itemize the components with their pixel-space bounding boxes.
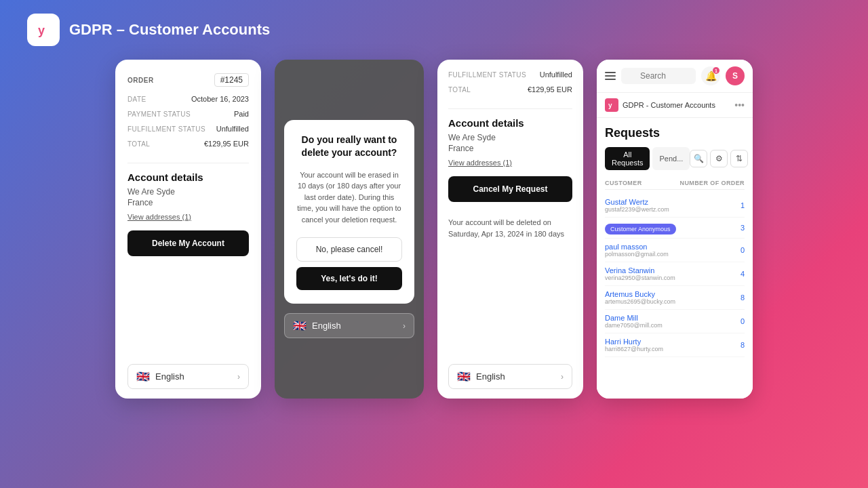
customer-orders: 0 [741, 317, 745, 325]
customer-orders: 8 [741, 341, 745, 349]
total-row-card3: TOTAL €129,95 EUR [448, 85, 572, 95]
table-row[interactable]: Gustaf Wertz gustaf2239@wertz.com 1 [605, 194, 745, 218]
customer-name: Gustaf Wertz [605, 198, 669, 206]
delete-modal: Do you really want to delete your accoun… [284, 120, 414, 304]
account-company-name-card3: We Are Syde [448, 133, 572, 142]
chevron-right-icon-card3: › [561, 372, 564, 382]
tab-pending[interactable]: Pend... [652, 147, 690, 170]
language-left: 🇬🇧 English [136, 370, 184, 383]
total-value: €129,95 EUR [204, 140, 249, 148]
view-addresses-link[interactable]: View addresses (1) [127, 213, 249, 221]
app-logo: y [27, 14, 60, 46]
fulfillment-value: Unfulfilled [216, 125, 249, 133]
cancel-request-button[interactable]: Cancel My Request [448, 176, 572, 202]
admin-content: Requests All Requests Pend... 🔍 ⚙ ⇅ Cust… [597, 118, 753, 399]
tab-all-requests[interactable]: All Requests [605, 147, 650, 170]
fulfillment-value-card3: Unfulfilled [540, 70, 572, 79]
avatar-button[interactable]: S [726, 66, 745, 85]
table-row-anon[interactable]: Customer Anonymous 3 [605, 218, 745, 239]
search-input[interactable] [621, 68, 696, 84]
card2-language-area: 🇬🇧 English › [284, 313, 414, 338]
language-left-card3: 🇬🇧 English [457, 370, 505, 383]
customer-email: verina2950@stanwin.com [605, 274, 675, 281]
table-row[interactable]: Dame Mill dame7050@mill.com 0 [605, 310, 745, 333]
svg-text:y: y [38, 24, 45, 37]
sort-icon[interactable]: ⇅ [730, 150, 748, 167]
search-wrapper: 🔍 [621, 68, 696, 84]
customer-info-anon: Customer Anonymous [605, 222, 676, 234]
notification-badge: 1 [713, 67, 719, 74]
customer-name: Verina Stanwin [605, 266, 675, 274]
chevron-right-icon: › [237, 372, 240, 382]
app-bar-name: GDPR - Customer Accounts [623, 101, 715, 109]
flag-icon-uk-card2: 🇬🇧 [293, 319, 307, 332]
table-row[interactable]: Harri Hurty harri8627@hurty.com 8 [605, 333, 745, 357]
yes-confirm-button[interactable]: Yes, let's do it! [296, 267, 402, 290]
account-country-card3: France [448, 144, 572, 153]
payment-row: PAYMENT STATUS Paid [127, 110, 249, 119]
table-row[interactable]: Verina Stanwin verina2950@stanwin.com 4 [605, 262, 745, 286]
tabs-icons: 🔍 ⚙ ⇅ [690, 150, 748, 167]
hamburger-icon[interactable] [605, 72, 616, 80]
language-selector-card2[interactable]: 🇬🇧 English › [284, 313, 414, 338]
language-left-card2: 🇬🇧 English [293, 319, 341, 332]
account-company-name: We Are Syde [127, 187, 249, 197]
modal-title: Do you really want to delete your accoun… [296, 134, 402, 160]
search-filter-icon[interactable]: 🔍 [690, 150, 707, 167]
order-label: ORDER [127, 77, 154, 84]
date-value: October 16, 2023 [191, 95, 249, 103]
no-cancel-button[interactable]: No, please cancel! [296, 237, 402, 262]
customer-info: Harri Hurty harri8627@hurty.com [605, 338, 663, 352]
customer-info: Verina Stanwin verina2950@stanwin.com [605, 266, 675, 281]
customer-orders: 8 [741, 293, 745, 302]
more-options-icon[interactable]: ••• [734, 100, 745, 110]
payment-value: Paid [234, 110, 249, 118]
modal-body-text: Your account will be erased in 10 days (… [296, 169, 402, 226]
divider [127, 163, 249, 163]
filter-icon[interactable]: ⚙ [710, 150, 728, 167]
card-delete-confirm: Do you really want to delete your accoun… [275, 60, 424, 399]
table-header: Customer Number of Order [605, 177, 745, 190]
customer-anonymous-badge: Customer Anonymous [605, 224, 676, 235]
app-bar-left: y GDPR - Customer Accounts [605, 98, 715, 112]
card-admin-panel: 🔍 🔔 1 S y GDPR - Customer Accounts ••• [597, 60, 753, 399]
deletion-notice: Your account will be deleted on Saturday… [448, 217, 572, 239]
total-label-card3: TOTAL [448, 85, 471, 95]
order-row: ORDER #1245 [127, 73, 249, 87]
requests-title: Requests [605, 126, 745, 140]
language-label-card2: English [312, 321, 341, 331]
language-selector-card3[interactable]: 🇬🇧 English › [448, 364, 572, 389]
date-row: DATE October 16, 2023 [127, 95, 249, 104]
header-orders: Number of Order [680, 180, 745, 186]
table-row[interactable]: paul masson polmasson@gmail.com 0 [605, 239, 745, 262]
customer-info: Dame Mill dame7050@mill.com [605, 314, 663, 329]
flag-icon-uk-card3: 🇬🇧 [457, 370, 471, 383]
cards-container: ORDER #1245 DATE October 16, 2023 PAYMEN… [0, 60, 868, 488]
view-addresses-link-card3[interactable]: View addresses (1) [448, 159, 572, 167]
flag-icon-uk: 🇬🇧 [136, 370, 150, 383]
app-icon-small: y [605, 98, 618, 112]
customer-email: harri8627@hurty.com [605, 346, 663, 352]
table-row[interactable]: Artemus Bucky artemus2695@bucky.com 8 [605, 286, 745, 310]
customer-name: Artemus Bucky [605, 290, 675, 298]
admin-app-bar: y GDPR - Customer Accounts ••• [597, 93, 753, 118]
fulfillment-label-card3: FULFILLMENT STATUS [448, 70, 526, 80]
card-cancel-request: FULFILLMENT STATUS Unfulfilled TOTAL €12… [437, 60, 583, 399]
customer-name: Harri Hurty [605, 338, 663, 346]
customer-orders: 1 [741, 201, 745, 209]
account-country: France [127, 198, 249, 207]
customer-email: dame7050@mill.com [605, 322, 663, 329]
notification-button[interactable]: 🔔 1 [701, 66, 720, 85]
fulfillment-label: FULFILLMENT STATUS [127, 125, 205, 134]
divider-card3 [448, 108, 572, 109]
date-label: DATE [127, 95, 146, 104]
total-value-card3: €129,95 EUR [528, 85, 572, 94]
language-selector[interactable]: 🇬🇧 English › [127, 364, 249, 389]
total-label: TOTAL [127, 140, 150, 149]
admin-topbar: 🔍 🔔 1 S [597, 60, 753, 93]
fulfillment-row-card3: FULFILLMENT STATUS Unfulfilled [448, 70, 572, 80]
payment-label: PAYMENT STATUS [127, 110, 191, 119]
account-details-title: Account details [127, 171, 249, 183]
customer-info: paul masson polmasson@gmail.com [605, 243, 669, 258]
delete-my-account-button[interactable]: Delete My Account [127, 230, 249, 256]
